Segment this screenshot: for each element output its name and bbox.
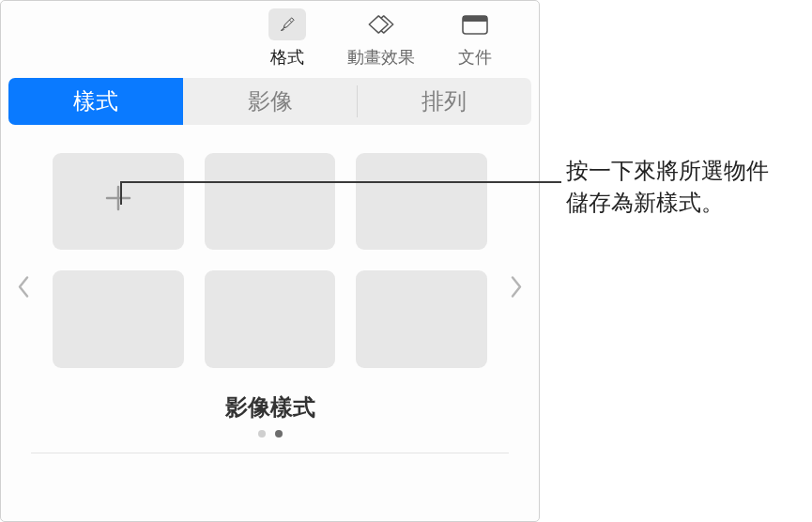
tab-arrange[interactable]: 排列 [357, 78, 531, 125]
tab-image-label: 影像 [248, 88, 293, 114]
tab-arrange-label: 排列 [421, 88, 467, 114]
styles-section-title: 影像樣式 [20, 392, 520, 422]
style-picker-area: 影像樣式 [1, 125, 539, 453]
tab-style[interactable]: 樣式 [8, 78, 183, 125]
style-thumbnail[interactable] [53, 270, 184, 367]
style-thumbnail[interactable] [356, 153, 487, 250]
prev-page-arrow[interactable] [16, 274, 31, 303]
toolbar-document-button[interactable]: 文件 [428, 8, 522, 69]
inspector-panel: 格式 動畫效果 文件 樣式 [0, 0, 540, 522]
style-thumbnail[interactable] [356, 270, 487, 367]
svg-rect-3 [463, 16, 487, 22]
toolbar-format-button[interactable]: 格式 [240, 8, 334, 69]
diamond-stack-icon [362, 8, 400, 40]
inspector-tabs: 樣式 影像 排列 [8, 78, 531, 125]
paintbrush-icon [268, 8, 306, 40]
plus-icon [101, 181, 135, 222]
toolbar-document-label: 文件 [458, 46, 492, 69]
next-page-arrow[interactable] [509, 274, 524, 303]
toolbar-animate-label: 動畫效果 [347, 46, 415, 69]
callout-leader-line [120, 181, 561, 183]
document-icon [456, 8, 494, 40]
tab-image[interactable]: 影像 [183, 78, 358, 125]
svg-line-0 [289, 20, 291, 22]
page-dot-active[interactable] [275, 430, 283, 438]
callout-annotation: 按一下來將所選物件 儲存為新樣式。 [566, 155, 769, 218]
tab-style-label: 樣式 [73, 88, 118, 114]
page-dot[interactable] [258, 430, 266, 438]
style-thumbnail[interactable] [205, 270, 336, 367]
section-divider [31, 453, 509, 453]
toolbar-animate-button[interactable]: 動畫效果 [334, 8, 428, 69]
style-thumbnail[interactable] [205, 153, 336, 250]
top-toolbar: 格式 動畫效果 文件 [1, 1, 539, 72]
page-indicator [20, 430, 520, 438]
toolbar-format-label: 格式 [270, 46, 304, 69]
add-style-button[interactable] [53, 153, 184, 250]
style-grid [20, 144, 520, 368]
